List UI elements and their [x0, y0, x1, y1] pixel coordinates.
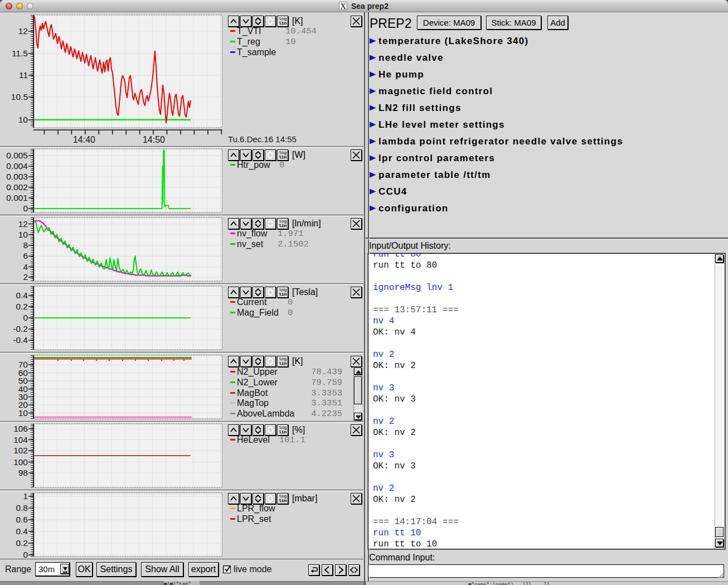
svg-text:11: 11	[19, 70, 28, 80]
svg-text:0.002: 0.002	[6, 182, 28, 192]
svg-text:8: 8	[23, 240, 28, 250]
svg-text:0: 0	[23, 550, 28, 559]
svg-text:0.4: 0.4	[16, 526, 28, 536]
svg-text:106: 106	[13, 424, 28, 433]
svg-text:104: 104	[13, 435, 28, 444]
svg-text:11.5: 11.5	[12, 49, 28, 58]
svg-text:0.005: 0.005	[6, 151, 28, 160]
svg-text:2: 2	[23, 272, 28, 282]
svg-text:0.001: 0.001	[6, 193, 28, 202]
svg-text:14:50: 14:50	[143, 135, 165, 144]
svg-text:0.2: 0.2	[16, 302, 28, 311]
svg-text:102: 102	[13, 446, 28, 455]
svg-text:10: 10	[18, 230, 28, 239]
svg-text:100: 100	[13, 457, 28, 467]
svg-text:-0.4: -0.4	[13, 335, 28, 345]
svg-text:10: 10	[18, 408, 28, 418]
svg-text:4: 4	[23, 262, 28, 272]
svg-text:14:40: 14:40	[73, 135, 95, 144]
svg-text:12: 12	[18, 26, 28, 36]
svg-text:1: 1	[23, 491, 28, 501]
svg-text:0: 0	[23, 313, 28, 322]
svg-text:12: 12	[18, 219, 28, 229]
svg-text:0.4: 0.4	[16, 291, 28, 300]
svg-text:6: 6	[23, 251, 28, 260]
svg-text:10: 10	[18, 115, 28, 124]
svg-text:0: 0	[23, 204, 28, 213]
svg-text:0.8: 0.8	[16, 503, 28, 513]
svg-text:0.6: 0.6	[16, 515, 28, 524]
svg-text:10.5: 10.5	[11, 92, 28, 101]
svg-text:-0.2: -0.2	[13, 324, 28, 333]
svg-text:98: 98	[18, 468, 28, 477]
svg-text:0.2: 0.2	[16, 538, 28, 548]
svg-text:0.003: 0.003	[6, 172, 28, 181]
svg-text:0.004: 0.004	[6, 161, 28, 171]
